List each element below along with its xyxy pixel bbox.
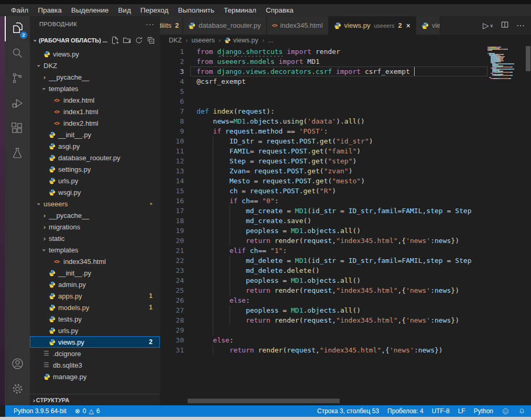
- settings-button[interactable]: [5, 377, 30, 402]
- tree-folder-__pycache__[interactable]: ›__pycache__: [30, 71, 160, 83]
- code-line[interactable]: 10 ID_str = request.POST.get("id_str"): [160, 136, 487, 146]
- cursor-position[interactable]: Строка 3, столбец 53: [317, 407, 379, 415]
- code-line[interactable]: 21 elif ch== "1":: [160, 246, 487, 256]
- problems-indicator[interactable]: ⊗ 0 △ 6: [75, 407, 100, 415]
- code-line[interactable]: 17 md_create = MD1(id_str = ID_str,famil…: [160, 206, 487, 216]
- bell-icon[interactable]: [518, 407, 526, 415]
- code-line[interactable]: 18 md_create.save(): [160, 216, 487, 226]
- sidebar-more-actions[interactable]: ···: [146, 20, 155, 28]
- code-line[interactable]: 15 ch = request.POST.get("R"): [160, 186, 487, 196]
- code-line[interactable]: 23 md_delete.delete(): [160, 266, 487, 275]
- code-line[interactable]: 14 Mesto = request.POST.get("mesto"): [160, 176, 487, 186]
- tree-folder-migrations[interactable]: ›migrations: [30, 221, 160, 233]
- code-line[interactable]: 1from django.shortcuts import render: [160, 47, 487, 57]
- menu-item[interactable]: Справка: [261, 4, 298, 16]
- code-line[interactable]: 13 Zvan= request.POST.get("zvan"): [160, 166, 487, 176]
- refresh-icon[interactable]: [135, 36, 143, 45]
- code-line[interactable]: 5: [160, 86, 487, 96]
- tree-file-settings.py[interactable]: settings.py: [30, 163, 160, 175]
- tree-file-.dcignore[interactable]: ☰.dcignore: [30, 348, 160, 359]
- feedback-icon[interactable]: [502, 407, 510, 415]
- code-editor[interactable]: 1from django.shortcuts import render2fro…: [160, 46, 531, 405]
- eol[interactable]: LF: [458, 407, 465, 415]
- code-line[interactable]: 6: [160, 96, 487, 106]
- tree-file-database_roouter.py[interactable]: database_roouter.py: [30, 152, 160, 163]
- tree-file-apps.py[interactable]: apps.py1: [30, 290, 160, 302]
- breadcrumb-item-folder[interactable]: useeers: [191, 37, 214, 44]
- menu-item[interactable]: Правка: [33, 4, 67, 16]
- code-line[interactable]: 16 if ch== "0":: [160, 196, 487, 206]
- tree-file-index.html[interactable]: <>index.html: [30, 94, 160, 106]
- tree-file-index2.html[interactable]: <>index2.html: [30, 117, 160, 129]
- tree-file-wsgi.py[interactable]: wsgi.py: [30, 186, 160, 198]
- tree-file-urls.py[interactable]: urls.py: [30, 175, 160, 186]
- indentation[interactable]: Пробелов: 4: [387, 407, 424, 415]
- code-line[interactable]: 24 peopless = MD1.objects.all(): [160, 275, 487, 285]
- language-mode[interactable]: Python: [474, 407, 493, 415]
- editor-tab[interactable]: diiits2●: [160, 16, 183, 35]
- code-line[interactable]: 25 return render(request,"index345.html"…: [160, 285, 487, 295]
- activity-testing[interactable]: [5, 142, 30, 167]
- tree-folder-__pycache__[interactable]: ›__pycache__: [30, 209, 160, 221]
- code-line[interactable]: 8 news=MD1.objects.using('daata').all(): [160, 116, 487, 126]
- tree-file-views.py[interactable]: views.py: [30, 48, 160, 60]
- code-line[interactable]: 30 else:: [160, 335, 487, 345]
- code-line[interactable]: 20 return render(request,"index345.html"…: [160, 236, 487, 246]
- code-line[interactable]: 9 if request.method == 'POST':: [160, 126, 487, 136]
- account-button[interactable]: [5, 352, 30, 377]
- collapse-all-icon[interactable]: [147, 36, 155, 45]
- tree-file-views.py[interactable]: views.py2: [30, 336, 160, 348]
- activity-extensions[interactable]: [5, 117, 30, 142]
- code-line[interactable]: 22 md_delete = MD1(id_str = ID_str,famil…: [160, 256, 487, 266]
- menu-item[interactable]: Файл: [6, 4, 33, 16]
- tree-folder-DKZ[interactable]: ›DKZ: [30, 60, 160, 71]
- activity-source-control[interactable]: [5, 67, 30, 92]
- menu-item[interactable]: Переход: [136, 4, 174, 16]
- tree-file-urls.py[interactable]: urls.py: [30, 325, 160, 336]
- tree-folder-useeers[interactable]: ›useeers●: [30, 198, 160, 209]
- code-line[interactable]: 29: [160, 325, 487, 335]
- tree-file-index345.html[interactable]: <>index345.html: [30, 256, 160, 267]
- menu-item[interactable]: Выделение: [67, 4, 114, 16]
- tree-folder-static[interactable]: ›static: [30, 233, 160, 244]
- run-button[interactable]: ▷∨: [483, 21, 493, 30]
- menu-item[interactable]: Терминал: [219, 4, 261, 16]
- code-line[interactable]: 26 else:: [160, 295, 487, 305]
- editor-tab[interactable]: database_roouter.py: [183, 16, 267, 35]
- code-line[interactable]: 3from django.views.decorators.csrf impor…: [160, 67, 487, 76]
- vertical-scrollbar-thumb[interactable]: [526, 46, 530, 71]
- breadcrumb-item-file[interactable]: views.py: [224, 37, 258, 44]
- menu-item[interactable]: Выполнить: [173, 4, 219, 16]
- breadcrumb-item-symbol[interactable]: ...: [268, 37, 273, 44]
- code-line[interactable]: 11 FAMIL= request.POST.get("famil"): [160, 146, 487, 156]
- code-line[interactable]: 4@csrf_exempt: [160, 76, 487, 86]
- tree-file-db.sqlite3[interactable]: ☰db.sqlite3: [30, 359, 160, 371]
- tree-file-manage.py[interactable]: manage.py: [30, 371, 160, 382]
- code-line[interactable]: 7def index(request):: [160, 106, 487, 116]
- run-dropdown-icon[interactable]: ∨: [490, 23, 493, 28]
- split-editor-icon[interactable]: [501, 20, 509, 31]
- tree-file-tests.py[interactable]: tests.py: [30, 313, 160, 325]
- outline-section-header[interactable]: › СТРУКТУРА: [30, 394, 160, 406]
- tree-file-asgi.py[interactable]: asgi.py: [30, 140, 160, 152]
- tree-file-models.py[interactable]: models.py1: [30, 302, 160, 313]
- new-folder-icon[interactable]: [123, 36, 131, 45]
- more-actions-icon[interactable]: ···: [516, 21, 525, 30]
- code-line[interactable]: 2from useeers.models import MD1: [160, 57, 487, 67]
- code-line[interactable]: 31 return render(request,"index345.html"…: [160, 345, 487, 355]
- tree-file-__init__.py[interactable]: __init__.py: [30, 267, 160, 279]
- activity-explorer[interactable]: 2: [5, 16, 30, 41]
- editor-tab[interactable]: <>index345.html: [267, 16, 329, 35]
- code-line[interactable]: 12 Step = request.POST.get("step"): [160, 156, 487, 166]
- code-line[interactable]: 19 peopless = MD1.objects.all(): [160, 226, 487, 236]
- encoding[interactable]: UTF-8: [432, 407, 450, 415]
- tree-file-__init__.py[interactable]: __init__.py: [30, 129, 160, 140]
- tree-file-admin.py[interactable]: admin.py: [30, 279, 160, 290]
- editor-tab[interactable]: vie: [416, 16, 440, 35]
- activity-search[interactable]: [5, 41, 30, 67]
- new-file-icon[interactable]: [111, 36, 119, 45]
- tree-folder-templates[interactable]: ›templates: [30, 244, 160, 256]
- tree-folder-templates[interactable]: ›templates: [30, 83, 160, 94]
- activity-run-debug[interactable]: [5, 92, 30, 117]
- python-interpreter[interactable]: Python 3.9.5 64-bit: [14, 407, 67, 415]
